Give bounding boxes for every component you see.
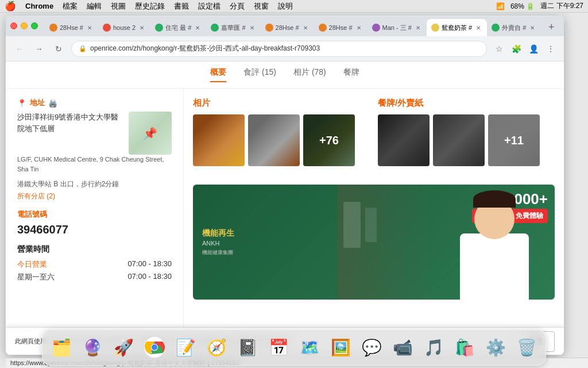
dock-maps[interactable]: 🗺️ [295, 333, 324, 362]
lock-icon: 🔒 [79, 45, 87, 52]
branch-info[interactable]: 所有分店 (2) [17, 191, 172, 201]
dock-appstore[interactable]: 🛍️ [450, 333, 479, 362]
tab-takeaway[interactable]: 外賣自 # ✕ [487, 19, 541, 36]
photo-more-overlay[interactable]: +76 [303, 114, 355, 166]
dock-siri[interactable]: 🔮 [78, 333, 107, 362]
map-pin-icon: 📌 [143, 126, 157, 140]
left-panel: 📍 地址 🖨️ 沙田澤祥街9號香港中文大學醫院地下低層 📌 [6, 89, 184, 355]
apple-menu[interactable]: 🍎 [5, 1, 16, 12]
tab-close-7[interactable]: ✕ [414, 24, 422, 32]
hours-section: 營業時間 今日營業 07:00 - 18:30 星期一至六 07:00 - 18… [17, 244, 172, 282]
dock-trash[interactable]: 🗑️ [512, 333, 541, 362]
tab-close-2[interactable]: ✕ [138, 24, 146, 32]
map-preview[interactable]: 📌 [129, 112, 172, 155]
tab-close-6[interactable]: ✕ [355, 24, 363, 32]
file-menu[interactable]: 檔案 [63, 1, 78, 12]
ad-banner[interactable]: 機能再生 ANKH 機能健康集團 100,000+ 真人實證 免費體驗 [193, 185, 555, 300]
address-chinese: 沙田澤祥街9號香港中文大學醫院地下低層 [17, 112, 123, 134]
tab-house[interactable]: house 2 ✕ [98, 19, 150, 36]
dock-finder[interactable]: 🗂️ [47, 333, 76, 362]
dock-chrome[interactable] [140, 333, 169, 362]
menu-thumb-3[interactable]: +11 [488, 114, 540, 166]
tab-favicon [372, 24, 380, 32]
main-content: 📍 地址 🖨️ 沙田澤祥街9號香港中文大學醫院地下低層 📌 [6, 89, 564, 355]
tab-openrice-active[interactable]: 鴛鴦奶茶 # ✕ [427, 19, 487, 36]
dock-wps[interactable]: 📝 [171, 333, 200, 362]
weekday-label: 星期一至六 [17, 272, 55, 282]
dock-photos[interactable]: 🖼️ [326, 333, 355, 362]
mac-menubar: 🍎 Chrome 檔案 編輯 視圖 歷史記錄 書籤 設定檔 分頁 視窗 說明 📶… [0, 0, 588, 13]
url-bar[interactable]: 🔒 openrice.com/zh/hongkong/r-鴛鴦奶茶-沙田-西式-… [71, 41, 487, 57]
tab-favicon [211, 24, 219, 32]
chrome-menu[interactable]: Chrome [25, 2, 53, 10]
dock-safari[interactable]: 🧭 [202, 333, 231, 362]
print-icon[interactable]: 🖨️ [48, 99, 57, 108]
tab-close-3[interactable]: ✕ [194, 24, 202, 32]
shelf-item-1 [343, 202, 361, 248]
fullscreen-button[interactable] [31, 22, 38, 29]
tab-close-4[interactable]: ✕ [248, 24, 256, 32]
tab-28hse-2[interactable]: 28Hse # ✕ [261, 19, 314, 36]
help-menu[interactable]: 說明 [278, 1, 293, 12]
weekday-hours: 07:00 - 18:30 [127, 272, 172, 282]
history-menu[interactable]: 歷史記錄 [135, 1, 165, 12]
sections-row: 相片 +76 [193, 98, 555, 178]
bookmarks-menu[interactable]: 書籤 [174, 1, 189, 12]
window-menu[interactable]: 視窗 [254, 1, 269, 12]
menu-dots-icon[interactable]: ⋮ [544, 43, 557, 55]
dock-notes[interactable]: 📓 [233, 333, 262, 362]
back-button[interactable]: ← [13, 42, 26, 56]
forward-button[interactable]: → [32, 42, 46, 56]
tab-property[interactable]: 住宅 最 # ✕ [150, 19, 206, 36]
tab-close-8[interactable]: ✕ [474, 24, 482, 32]
tab-kajia[interactable]: 嘉華匯 # ✕ [206, 19, 260, 36]
bookmark-star-icon[interactable]: ☆ [493, 43, 505, 55]
menu-title: 餐牌/外賣紙 [378, 98, 540, 109]
dock-facetime[interactable]: 📹 [388, 333, 417, 362]
clock: 週二 下午9:27 [540, 1, 583, 11]
extensions-icon[interactable]: 🧩 [510, 43, 523, 55]
nav-menu[interactable]: 餐牌 [343, 67, 359, 82]
tab-close-5[interactable]: ✕ [301, 24, 310, 32]
menu-thumb-2[interactable] [433, 114, 485, 166]
photos-section: 相片 +76 [193, 98, 355, 166]
dock-launchpad[interactable]: 🚀 [109, 333, 138, 362]
dock-messages[interactable]: 💬 [357, 333, 386, 362]
svg-point-3 [152, 344, 157, 350]
view-menu[interactable]: 視圖 [111, 1, 126, 12]
edit-menu[interactable]: 編輯 [87, 1, 102, 12]
tab-28hse-3[interactable]: 28Hse # ✕ [314, 19, 368, 36]
nav-overview[interactable]: 概要 [210, 67, 226, 82]
tab-man[interactable]: Man - 三 # ✕ [368, 19, 427, 36]
tab-favicon [431, 24, 439, 32]
nav-reviews[interactable]: 食評 (15) [243, 67, 276, 82]
tab-28hse-1[interactable]: 28Hse # ✕ [45, 19, 98, 36]
dock-music[interactable]: 🎵 [419, 333, 448, 362]
close-button[interactable] [10, 22, 17, 29]
weekday-hours-row: 星期一至六 07:00 - 18:30 [17, 272, 172, 282]
reload-button[interactable]: ↻ [52, 42, 65, 56]
tab-favicon [155, 24, 163, 32]
battery-indicator: 68% 🔋 [510, 2, 535, 10]
menu-more-overlay[interactable]: +11 [488, 114, 540, 166]
photos-title: 相片 [193, 98, 355, 109]
new-tab-button[interactable]: + [543, 19, 559, 35]
photo-thumb-3[interactable]: +76 [303, 114, 355, 166]
tab-close-1[interactable]: ✕ [86, 24, 94, 32]
nav-photos[interactable]: 相片 (78) [293, 67, 326, 82]
photo-thumb-1[interactable] [193, 114, 245, 166]
tab-close-9[interactable]: ✕ [528, 24, 536, 32]
profile-icon[interactable]: 👤 [527, 43, 540, 55]
profiles-menu[interactable]: 設定檔 [198, 1, 220, 12]
address-bar: ← → ↻ 🔒 openrice.com/zh/hongkong/r-鴛鴦奶茶-… [6, 36, 564, 62]
phone-section: 電話號碼 39466077 [17, 209, 172, 236]
sidebar-right [581, 0, 588, 368]
dock-calendar[interactable]: 📅 [264, 333, 293, 362]
minimize-button[interactable] [21, 22, 28, 29]
tabs-menu[interactable]: 分頁 [230, 1, 245, 12]
wifi-icon: 📶 [496, 2, 505, 10]
address-label: 📍 地址 🖨️ [17, 98, 172, 108]
menu-thumb-1[interactable] [378, 114, 430, 166]
dock-settings[interactable]: ⚙️ [481, 333, 510, 362]
photo-thumb-2[interactable] [248, 114, 300, 166]
